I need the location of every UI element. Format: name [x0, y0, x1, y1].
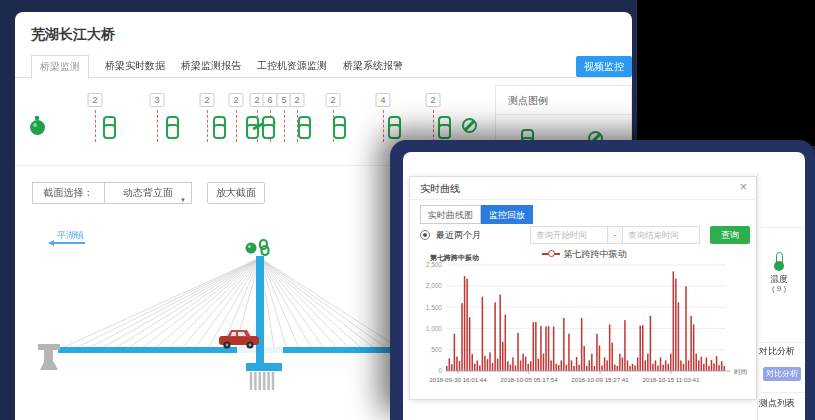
legend-panel-divider — [496, 114, 632, 115]
svg-text:1,000: 1,000 — [426, 325, 443, 332]
chain-icon[interactable] — [298, 116, 308, 136]
sidebar-section-divider — [757, 342, 805, 343]
modal-tab-1[interactable]: 监控回放 — [481, 205, 533, 224]
sensor-drop-line — [236, 110, 237, 142]
time-range-separator: - — [608, 226, 622, 244]
recent-two-months-radio[interactable] — [420, 230, 430, 240]
realtime-curve-modal: 实时曲线 × 实时曲线图监控回放 最近两个月 - 查询 第七跨跨中振动 第七跨跨… — [409, 176, 757, 400]
sidebar-divider — [757, 172, 758, 420]
sensor-count-badge: 2 — [228, 93, 243, 107]
modal-title: 实时曲线 — [420, 182, 460, 196]
chain-icon[interactable] — [213, 116, 223, 136]
bridge-deck — [58, 347, 408, 353]
query-end-time-input[interactable] — [622, 226, 700, 244]
dropdown-value: 动态背立面 — [123, 187, 173, 198]
svg-text:2,500: 2,500 — [426, 261, 443, 268]
svg-text:1,500: 1,500 — [426, 304, 443, 311]
search-button[interactable]: 查询 — [710, 226, 750, 244]
thermometer-icon[interactable] — [773, 252, 787, 272]
sensor-count-badge: 2 — [87, 93, 102, 107]
compare-analysis-button[interactable]: 对比分析 — [763, 367, 801, 381]
svg-text:2018-09-30 16:01:44: 2018-09-30 16:01:44 — [429, 376, 487, 383]
svg-text:2018-10-09 15:27:41: 2018-10-09 15:27:41 — [571, 376, 629, 383]
section-view-dropdown[interactable]: 动态背立面 ▼ — [104, 182, 192, 204]
screen-black-region — [637, 0, 815, 146]
gauge-icon[interactable] — [30, 120, 45, 135]
sensor-drop-line — [284, 110, 285, 142]
zoom-section-button[interactable]: 放大截面 — [207, 182, 265, 204]
sensor-count-badge: 4 — [375, 93, 390, 107]
sidebar-section-divider — [757, 227, 805, 228]
chain-icon[interactable] — [166, 116, 176, 136]
point-list-label: 测点列表 — [759, 397, 795, 410]
overlay-window-content: 实时曲线 × 实时曲线图监控回放 最近两个月 - 查询 第七跨跨中振动 第七跨跨… — [403, 152, 805, 420]
chevron-down-icon: ▼ — [180, 190, 186, 210]
bridge-abutment — [38, 344, 60, 370]
sensor-drop-line — [433, 110, 434, 142]
sensor-count-badge: 2 — [199, 93, 214, 107]
query-start-time-input[interactable] — [530, 226, 608, 244]
pylon-footing — [246, 363, 282, 371]
modal-tab-0[interactable]: 实时曲线图 — [420, 205, 481, 224]
compare-section-label: 对比分析 — [759, 345, 795, 358]
sidebar-section-divider — [757, 392, 805, 393]
pylon-sensor-icons[interactable] — [246, 240, 269, 255]
svg-text:0: 0 — [438, 367, 442, 374]
modal-tab-group: 实时曲线图监控回放 — [420, 205, 533, 224]
sensor-drop-line — [95, 110, 96, 142]
pylon-piles — [251, 372, 273, 390]
no-entry-icon[interactable] — [462, 118, 477, 133]
chain-icon[interactable] — [438, 116, 448, 136]
svg-text:2018-10-15 11:03:41: 2018-10-15 11:03:41 — [643, 376, 701, 383]
chain-icon[interactable] — [333, 116, 343, 136]
bridge-diagram — [30, 238, 410, 408]
svg-text:2018-10-05 05:17:54: 2018-10-05 05:17:54 — [500, 376, 558, 383]
sensor-drop-line — [207, 110, 208, 142]
sensor-count-badge: 2 — [325, 93, 340, 107]
car — [219, 330, 259, 349]
sensor-count-badge: 2 — [289, 93, 304, 107]
chain-icon[interactable] — [388, 116, 398, 136]
bridge-pylon — [256, 256, 264, 364]
svg-text:2,000: 2,000 — [426, 282, 443, 289]
sensor-count-badge: 3 — [149, 93, 164, 107]
radio-label: 最近两个月 — [436, 229, 481, 242]
legend-panel-title: 测点图例 — [508, 94, 548, 108]
modal-header-divider — [410, 199, 756, 200]
sensor-drop-line — [157, 110, 158, 142]
temperature-count: ( 9 ) — [757, 284, 801, 293]
vibration-chart: 第七跨跨中振动05001,0001,5002,0002,5002018-09-3… — [416, 251, 756, 397]
svg-text:500: 500 — [431, 346, 442, 353]
section-select-label: 截面选择： — [32, 182, 104, 204]
close-icon[interactable]: × — [739, 179, 747, 194]
sensor-drop-line — [383, 110, 384, 142]
sensor-count-badge: 6 — [262, 93, 277, 107]
chain-icon[interactable] — [103, 116, 113, 136]
svg-text:时间: 时间 — [734, 368, 747, 376]
overlay-window: 实时曲线 × 实时曲线图监控回放 最近两个月 - 查询 第七跨跨中振动 第七跨跨… — [390, 140, 815, 420]
sensor-count-badge: 2 — [425, 93, 440, 107]
chain-icon[interactable] — [262, 116, 272, 136]
